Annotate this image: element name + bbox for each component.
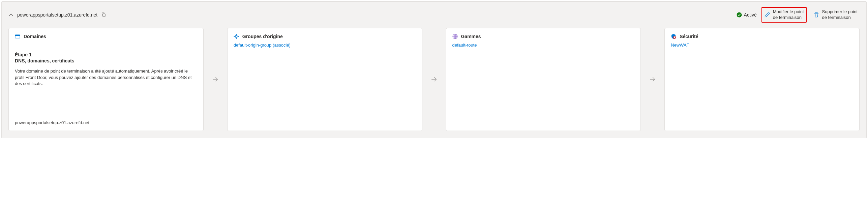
card-routes-title: Gammes xyxy=(461,34,481,39)
arrow-right-icon xyxy=(212,76,219,83)
arrow-separator xyxy=(641,28,664,131)
pencil-icon xyxy=(764,12,770,18)
arrow-right-icon xyxy=(649,76,656,83)
step-title: DNS, domaines, certificats xyxy=(15,58,197,63)
edit-endpoint-button[interactable]: Modifier le point de terminaison xyxy=(761,7,807,23)
step-label: Étape 1 xyxy=(15,52,197,57)
endpoint-title: powerappsportalsetup.z01.azurefd.net xyxy=(17,12,97,18)
panel-header: powerappsportalsetup.z01.azurefd.net Act… xyxy=(8,7,860,23)
arrow-separator xyxy=(204,28,227,131)
copy-button[interactable] xyxy=(101,12,106,18)
status-label: Activé xyxy=(744,12,757,18)
delete-button-line2: de terminaison xyxy=(822,15,858,21)
routes-icon xyxy=(452,34,458,39)
card-routes[interactable]: Gammes default-route xyxy=(446,28,641,131)
trash-icon xyxy=(813,12,819,18)
card-domains-footer: powerappsportalsetup.z01.azurefd.net xyxy=(15,120,197,125)
card-domains-title: Domaines xyxy=(24,34,46,39)
card-origin-groups[interactable]: Groupes d'origine default-origin-group (… xyxy=(227,28,422,131)
card-origin-groups-title: Groupes d'origine xyxy=(242,34,283,39)
delete-endpoint-button[interactable]: Supprimer le point de terminaison xyxy=(811,8,860,22)
origin-groups-icon xyxy=(234,34,239,39)
svg-point-1 xyxy=(737,12,742,17)
arrow-separator xyxy=(422,28,446,131)
svg-rect-3 xyxy=(15,35,20,36)
svg-rect-0 xyxy=(102,14,105,17)
delete-button-line1: Supprimer le point xyxy=(822,9,858,15)
card-domains[interactable]: Domaines Étape 1 DNS, domaines, certific… xyxy=(8,28,204,131)
arrow-right-icon xyxy=(430,76,438,83)
security-link[interactable]: NewWAF xyxy=(671,43,853,48)
status-badge: Activé xyxy=(737,12,757,18)
chevron-up-icon xyxy=(9,12,13,17)
check-circle-icon xyxy=(737,12,742,18)
origin-group-link[interactable]: default-origin-group (associé) xyxy=(234,43,416,48)
route-link[interactable]: default-route xyxy=(452,43,635,48)
card-security[interactable]: Sécurité NewWAF xyxy=(664,28,860,131)
svg-rect-6 xyxy=(674,37,675,38)
card-security-title: Sécurité xyxy=(680,34,698,39)
endpoint-panel: powerappsportalsetup.z01.azurefd.net Act… xyxy=(1,1,867,138)
domains-icon xyxy=(15,34,20,39)
collapse-toggle[interactable] xyxy=(8,12,14,18)
security-icon xyxy=(671,34,676,39)
edit-button-line2: de terminaison xyxy=(773,15,804,21)
copy-icon xyxy=(101,12,106,17)
step-description: Votre domaine de point de terminaison a … xyxy=(15,68,197,87)
edit-button-line1: Modifier le point xyxy=(773,9,804,15)
cards-row: Domaines Étape 1 DNS, domaines, certific… xyxy=(8,28,860,131)
